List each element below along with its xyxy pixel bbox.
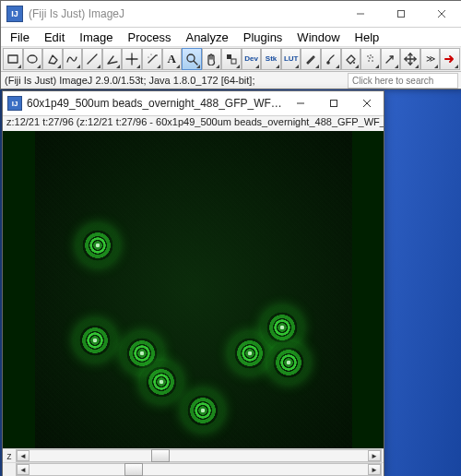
freehand-tool[interactable] — [63, 48, 83, 70]
maximize-button[interactable] — [317, 91, 350, 115]
oval-tool[interactable] — [23, 48, 43, 70]
svg-line-25 — [386, 56, 393, 63]
wand-tool[interactable] — [142, 48, 162, 70]
svg-line-7 — [88, 54, 97, 64]
image-canvas[interactable] — [3, 131, 384, 448]
menu-help[interactable]: Help — [348, 29, 387, 46]
fluorescent-bead — [140, 361, 183, 403]
svg-point-23 — [368, 60, 370, 62]
slider-label: z — [5, 451, 14, 461]
svg-line-14 — [194, 61, 197, 65]
dev-menu[interactable]: Dev — [242, 48, 262, 70]
svg-point-21 — [369, 57, 371, 59]
svg-rect-15 — [227, 54, 231, 59]
t-slider-row: ◄► — [3, 462, 384, 476]
toolbar: ADevStkLUT≫ — [1, 47, 461, 72]
angle-tool[interactable] — [102, 48, 123, 70]
arrow-tool[interactable] — [381, 48, 401, 70]
svg-point-10 — [131, 58, 133, 60]
fiji-app-icon: IJ — [7, 96, 22, 111]
svg-point-17 — [326, 61, 330, 65]
close-button[interactable] — [350, 91, 384, 115]
status-bar: (Fiji Is Just) ImageJ 2.9.0/1.53t; Java … — [1, 72, 461, 89]
menu-window[interactable]: Window — [290, 29, 347, 46]
scroll-left-icon[interactable]: ◄ — [17, 450, 30, 461]
close-button[interactable] — [421, 1, 461, 27]
image-status: z:12/21 t:27/96 (z:12/21 t:27/96 - 60x1p… — [3, 116, 384, 131]
svg-point-12 — [150, 54, 151, 54]
line-tool[interactable] — [82, 48, 102, 70]
fluorescent-bead — [267, 341, 310, 384]
image-titlebar[interactable]: IJ 60x1p49_500um beads_overnight_488_GFP… — [3, 91, 384, 116]
image-scene — [35, 131, 352, 448]
lut-menu[interactable]: LUT — [281, 48, 301, 70]
fluorescent-bead — [77, 224, 119, 267]
svg-rect-1 — [398, 11, 405, 18]
brush-tool[interactable] — [321, 48, 341, 70]
menu-edit[interactable]: Edit — [37, 29, 72, 46]
fluorescent-bead — [182, 389, 224, 432]
maximize-button[interactable] — [381, 1, 421, 27]
menu-analyze[interactable]: Analyze — [178, 29, 235, 46]
search-input[interactable] — [348, 73, 458, 89]
text-tool[interactable]: A — [162, 48, 183, 70]
imagej-main-window: IJ (Fiji Is Just) ImageJ File Edit Image… — [0, 0, 461, 89]
svg-marker-6 — [49, 55, 57, 64]
z-slider-row: z◄► — [3, 448, 384, 462]
svg-point-22 — [372, 56, 373, 58]
scroll-left-icon[interactable]: ◄ — [17, 464, 30, 475]
color-picker-tool[interactable] — [221, 48, 242, 70]
stack-menu[interactable]: Stk — [261, 48, 281, 70]
svg-point-19 — [367, 55, 369, 57]
flood-fill-tool[interactable] — [341, 48, 361, 70]
image-window-controls — [284, 91, 384, 115]
spray-tool[interactable] — [361, 48, 381, 70]
slider-thumb[interactable] — [151, 449, 170, 462]
main-window-controls — [340, 1, 461, 27]
z-slider[interactable]: ◄► — [16, 449, 382, 462]
svg-point-24 — [372, 60, 373, 62]
main-titlebar[interactable]: IJ (Fiji Is Just) ImageJ — [1, 1, 461, 28]
status-text: (Fiji Is Just) ImageJ 2.9.0/1.53t; Java … — [5, 75, 254, 86]
menu-image[interactable]: Image — [72, 29, 120, 46]
pencil-tool[interactable] — [301, 48, 321, 70]
svg-rect-29 — [331, 101, 337, 107]
svg-point-11 — [148, 56, 148, 57]
scroll-right-icon[interactable]: ► — [368, 464, 381, 475]
image-window: IJ 60x1p49_500um beads_overnight_488_GFP… — [2, 90, 384, 476]
image-window-title: 60x1p49_500um beads_overnight_488_GFP_WF… — [27, 97, 284, 110]
slider-track[interactable] — [30, 450, 368, 461]
scroll-tool[interactable] — [202, 48, 222, 70]
minimize-button[interactable] — [340, 1, 381, 27]
rectangle-tool[interactable] — [3, 48, 23, 70]
macro-tool[interactable] — [440, 48, 460, 70]
menu-plugins[interactable]: Plugins — [236, 29, 290, 46]
svg-point-5 — [28, 55, 37, 63]
svg-rect-4 — [8, 55, 18, 63]
menu-process[interactable]: Process — [121, 29, 179, 46]
svg-rect-16 — [231, 59, 236, 64]
fiji-app-icon: IJ — [6, 6, 23, 22]
fluorescent-bead — [74, 319, 116, 362]
scroll-right-icon[interactable]: ► — [368, 450, 381, 461]
magnifier-tool[interactable] — [182, 48, 202, 70]
more-tools[interactable]: ≫ — [420, 48, 441, 70]
slider-thumb[interactable] — [124, 463, 143, 476]
svg-point-18 — [353, 62, 355, 64]
svg-point-20 — [370, 54, 372, 56]
t-slider[interactable]: ◄► — [16, 463, 382, 476]
point-tool[interactable] — [122, 48, 142, 70]
main-window-title: (Fiji Is Just) ImageJ — [29, 7, 124, 20]
slider-track[interactable] — [30, 464, 368, 475]
menu-file[interactable]: File — [3, 29, 37, 46]
minimize-button[interactable] — [284, 91, 317, 115]
polygon-tool[interactable] — [42, 48, 63, 70]
menu-bar: File Edit Image Process Analyze Plugins … — [1, 28, 461, 47]
move-tool[interactable] — [400, 48, 420, 70]
